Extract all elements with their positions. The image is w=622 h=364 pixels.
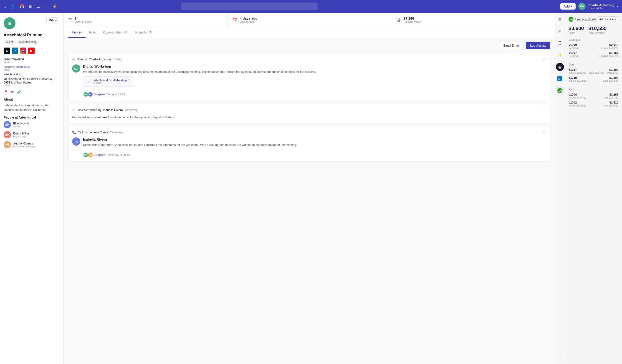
- home-icon[interactable]: ⌂: [4, 4, 6, 9]
- sidebar-icon-check[interactable]: ◎: [556, 27, 564, 36]
- invoice-1002-id: #1002: [568, 101, 586, 104]
- company-tags: Client Manufacturing: [4, 40, 60, 44]
- activity-attachment[interactable]: 📄 artechnical_worksheets.pdf 2.1MB: [83, 77, 133, 87]
- chart-icon[interactable]: ▦: [28, 4, 32, 9]
- stat-projects-label: Open projects: [75, 20, 92, 23]
- invoice-1004[interactable]: #1004 Issued 14/07/22 $2,265 Paid 20/07/…: [568, 93, 618, 99]
- stat-last-contact: 📅 4 days ago Last contact: [228, 13, 391, 27]
- edit-chevron-icon: ▾: [55, 19, 57, 22]
- user-icon[interactable]: 👤: [10, 4, 15, 9]
- activity-call-type: Call by: [78, 131, 87, 134]
- twitter-icon[interactable]: 𝕏: [4, 48, 10, 54]
- paid-section: Paid #1004 Issued 14/07/22 $2,265 Paid 2…: [568, 88, 618, 107]
- person-role-elliot: Owner: [13, 125, 29, 128]
- tab-projects[interactable]: Projects 3: [132, 27, 156, 38]
- log-activity-button[interactable]: Log Activity: [526, 42, 550, 49]
- invoice-1007[interactable]: #1007 Pending $1,164 Expired 16/01/23: [568, 51, 618, 57]
- activity-task-header: ✓ Task completed by Isabella Rivera Yest…: [72, 108, 546, 112]
- list-icon[interactable]: ☰: [36, 4, 40, 9]
- edit-button[interactable]: Edit ▾: [46, 17, 60, 23]
- search-bar[interactable]: [181, 2, 318, 10]
- person-avatar-eh: EH: [4, 121, 11, 128]
- person-name-audrey: Audrey Gomez: [13, 142, 36, 145]
- attachment-filesize: 2.1MB: [94, 82, 129, 85]
- calendar-icon[interactable]: 📅: [19, 4, 24, 9]
- linkedin-icon[interactable]: in: [12, 48, 18, 54]
- wave-icon[interactable]: 〰: [44, 4, 48, 9]
- global-add-button[interactable]: Add +: [560, 3, 576, 10]
- replies-count-note[interactable]: 5 replies: [94, 93, 105, 96]
- invoice-1009-status: Pending: [568, 47, 578, 49]
- invoice-1017-left: #1017 Issued 26/01/23: [568, 68, 586, 74]
- location-icon[interactable]: 📍: [4, 90, 8, 95]
- tag-client[interactable]: Client: [4, 40, 15, 44]
- people-title: People at Artechnical: [4, 115, 60, 119]
- sidebar-icon-quickbooks[interactable]: QB: [556, 86, 564, 95]
- reply-avatars-call: CA AW: [83, 152, 92, 158]
- invoice-1007-status: Pending: [568, 55, 578, 57]
- tab-opportunities[interactable]: Opportunities 1: [99, 27, 132, 38]
- replies-time-note: Today at 11:25: [107, 93, 125, 96]
- stat-contact-value: 4 days ago: [240, 16, 257, 20]
- add-invoice-button[interactable]: Add Invoice ▾: [597, 16, 618, 22]
- invoice-1007-amount: $1,164: [600, 51, 618, 55]
- link-icon[interactable]: 🔗: [16, 90, 21, 95]
- qb-logo-text: intuit quickbooks: [575, 18, 597, 21]
- note-icon: ✏: [72, 57, 75, 61]
- sidebar-icon-menu[interactable]: ☰: [556, 16, 564, 24]
- activity-call-header-left: 📞 Call by Isabella Rivera Yesterday: [72, 131, 123, 134]
- invoice-1018[interactable]: #1018 Issued 30/12/23 $1,800 Due 30/06/2…: [568, 76, 618, 82]
- invoice-1018-id: #1018: [568, 76, 586, 79]
- invoice-1009-left: #1009 Pending: [568, 43, 578, 49]
- sidebar-icon-rss[interactable]: ◉: [556, 63, 564, 71]
- address-contact: 70 Cleveland Rd, Fairfield, California, …: [4, 77, 60, 87]
- activity-task-author: Isabella Rivera: [103, 108, 123, 112]
- activity-call-person: Isabella Rivera: [83, 137, 546, 141]
- send-email-button[interactable]: Send Email: [499, 42, 524, 49]
- paid-title: Paid: [568, 88, 618, 91]
- person-elliot[interactable]: EH Elliot Huynh Owner: [4, 121, 60, 128]
- add-integration-button[interactable]: +: [557, 354, 563, 361]
- social-icons: 𝕏 in 📷 ▶: [4, 48, 60, 54]
- stat-contact-info: 4 days ago Last contact: [240, 16, 257, 23]
- activity-call-more[interactable]: ···: [543, 130, 546, 135]
- tab-files[interactable]: Files: [86, 27, 100, 38]
- address-label: Office: [4, 84, 60, 87]
- sidebar-icon-chat[interactable]: 💬: [556, 39, 564, 47]
- qb-summary: $3,600 Open $10,555 Total Invoiced: [568, 25, 618, 35]
- open-section: Open #1017 Issued 26/01/23 $1,800 Due 31…: [568, 63, 618, 82]
- person-audrey[interactable]: AG Audrey Gomez Production Manager: [4, 141, 60, 148]
- invoice-1017-status: Issued 26/01/23: [568, 71, 586, 74]
- tab-history[interactable]: History: [68, 27, 86, 38]
- invoice-1002[interactable]: #1002 Issued 23/05/22 $1,510 Paid 16/06/…: [568, 101, 618, 107]
- invoice-1017[interactable]: #1017 Issued 26/01/23 $1,800 Due 31/07/2…: [568, 68, 618, 74]
- activity-task-time: Yesterday: [125, 108, 138, 112]
- activity-note-more[interactable]: ···: [543, 57, 546, 62]
- sidebar-icon-sparkle[interactable]: ✨: [556, 51, 564, 59]
- stat-contact-icon: 📅: [232, 18, 237, 22]
- activity-task-more[interactable]: ···: [543, 108, 546, 112]
- user-menu-chevron[interactable]: ▾: [617, 5, 618, 8]
- person-avatar-dm: DM: [4, 131, 11, 138]
- sidebar-icon-outlook[interactable]: O: [556, 75, 564, 83]
- instagram-icon[interactable]: 📷: [20, 48, 26, 54]
- activity-task: ✓ Task completed by Isabella Rivera Yest…: [68, 104, 550, 124]
- person-name-debra: Debra Miller: [13, 132, 29, 135]
- website-link[interactable]: artechnical.io: [4, 73, 21, 76]
- stat-pipeline-info: $7,240 Pipeline Value: [404, 16, 421, 23]
- activity-note-desc: I've drafted the necessary workshop plan…: [83, 70, 546, 74]
- address-value: 70 Cleveland Rd, Fairfield, California, …: [4, 77, 60, 84]
- bolt-icon[interactable]: ⚡: [52, 4, 57, 9]
- about-title: About: [4, 97, 60, 101]
- qb-total-metric: $10,555 Total Invoiced: [588, 25, 606, 35]
- invoice-1009[interactable]: #1009 Pending $2,016 Expires 10/04/23: [568, 43, 618, 49]
- tag-manufacturing[interactable]: Manufacturing: [17, 40, 39, 44]
- youtube-icon[interactable]: ▶: [28, 48, 35, 54]
- person-debra[interactable]: DM Debra Miller Digital Lead: [4, 131, 60, 138]
- qb-header: QB intuit quickbooks Add Invoice ▾: [568, 16, 618, 22]
- map-icon[interactable]: 🗺: [10, 90, 14, 95]
- invoice-1004-left: #1004 Issued 14/07/22: [568, 93, 586, 99]
- replies-count-call[interactable]: 2 replies: [94, 153, 105, 156]
- attachment-info: artechnical_worksheets.pdf 2.1MB: [94, 78, 129, 85]
- email-link[interactable]: hello@artechnical.io: [4, 65, 30, 68]
